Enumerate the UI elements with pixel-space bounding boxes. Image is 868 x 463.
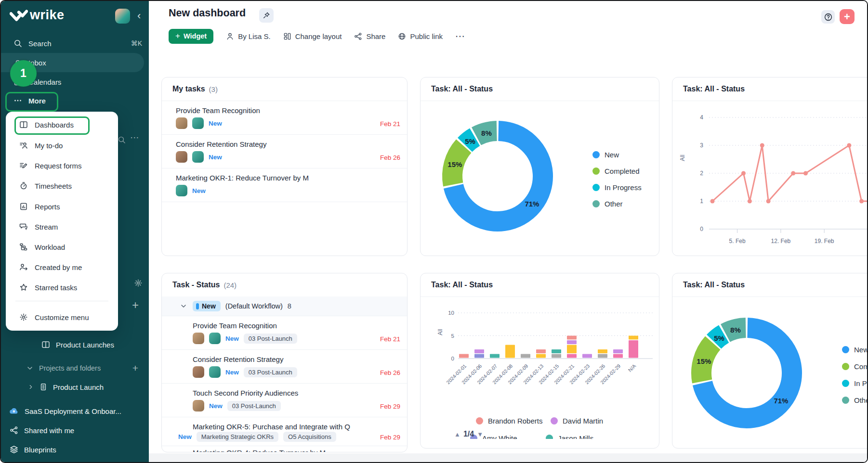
person-icon <box>226 32 234 40</box>
task-status[interactable]: New <box>209 120 222 127</box>
avatar <box>176 185 187 196</box>
menu-item-reports[interactable]: Reports <box>13 198 112 215</box>
menu-item-customize-menu[interactable]: Customize menu <box>13 309 112 326</box>
menu-item-workload[interactable]: Workload <box>13 238 112 256</box>
legend-label: New <box>854 346 868 354</box>
sidebar-item-projects-and-folders[interactable]: Projects and folders + <box>1 360 149 376</box>
task-due-date: Feb 21 <box>380 120 400 128</box>
help-button[interactable] <box>821 10 835 24</box>
toolbar-more-button[interactable]: ⋯ <box>455 30 465 42</box>
task-status[interactable]: New <box>209 402 223 410</box>
svg-text:3: 3 <box>700 142 703 149</box>
menu-item-label: Customize menu <box>35 313 89 322</box>
legend-item[interactable]: Brandon Roberts <box>476 417 542 425</box>
task-row[interactable]: Touch Second Priority Audiences New 03 P… <box>162 383 407 417</box>
sidebar-item-product-launch[interactable]: Product Launch <box>1 379 149 395</box>
task-title: Provide Team Recognition <box>176 106 260 115</box>
legend-item: Other <box>842 396 868 404</box>
task-tag: Marketing Strategic OKRs <box>197 432 278 442</box>
task-row[interactable]: Consider Retention Strategy New Feb 26 <box>162 134 407 168</box>
owner-button[interactable]: By Lisa S. <box>226 32 271 40</box>
add-project-icon[interactable]: + <box>132 362 138 374</box>
menu-item-request-forms[interactable]: Request forms <box>13 157 112 174</box>
widget-status-bar: Task: All - Status All 05102024-02-01202… <box>420 273 659 449</box>
widget-count: (24) <box>224 281 237 289</box>
task-status[interactable]: New <box>225 335 239 342</box>
workflow-label: (Default Workflow) <box>225 302 283 310</box>
space-gear-icon[interactable] <box>134 279 143 287</box>
menu-item-my-todo[interactable]: My to-do <box>13 137 112 154</box>
user-avatar[interactable] <box>115 9 130 24</box>
status-group-header[interactable]: New (Default Workflow) 8 <box>162 296 407 316</box>
globe-icon <box>398 32 406 40</box>
donut-legend: New Completed In Progress Other <box>842 346 868 404</box>
share-button[interactable]: Share <box>354 32 385 40</box>
task-row[interactable]: Marketing OKR-5: Purchase and Integrate … <box>162 417 407 446</box>
menu-item-timesheets[interactable]: Timesheets <box>13 177 112 194</box>
sidebar-search[interactable]: Search ⌘K <box>1 34 149 53</box>
task-row[interactable]: Marketing OKR-1: Reduce Turnover by M Ne… <box>162 168 407 202</box>
sidebar-item-more[interactable]: More <box>1 92 149 109</box>
status-pill-label: New <box>202 302 216 310</box>
task-status[interactable]: New <box>225 369 239 376</box>
task-row[interactable]: Provide Team Recognition New Feb 21 <box>162 101 407 135</box>
sidebar-collapse-icon[interactable]: ‹ <box>137 10 141 22</box>
add-widget-button[interactable]: + Widget <box>169 29 213 44</box>
legend-item: In Progress <box>592 183 642 192</box>
svg-text:5. Feb: 5. Feb <box>729 238 746 244</box>
page-down-icon[interactable]: ▼ <box>477 431 483 438</box>
layout-grid-icon <box>283 32 291 40</box>
widget-header: Task: All - Status <box>672 273 868 297</box>
svg-text:12. Feb: 12. Feb <box>771 238 791 244</box>
status-donut-chart: 71%15%5%8% <box>689 315 804 431</box>
menu-item-dashboards[interactable]: Dashboards <box>13 116 112 133</box>
legend-label: Other <box>854 396 868 404</box>
change-layout-button[interactable]: Change layout <box>283 32 342 40</box>
svg-text:8%: 8% <box>481 129 492 137</box>
svg-text:5%: 5% <box>714 334 724 342</box>
legend-item: Other <box>592 200 642 208</box>
menu-item-created-by-me[interactable]: Created by me <box>13 258 112 276</box>
task-title-clipped[interactable]: Marketing OKR-4: Reduce Turnover by M <box>193 449 326 452</box>
change-layout-label: Change layout <box>295 32 342 40</box>
menu-item-label: Reports <box>35 203 60 211</box>
wrike-logo-icon <box>10 10 28 23</box>
svg-text:0: 0 <box>451 356 454 361</box>
task-due-date: Feb 26 <box>380 154 400 161</box>
status-donut-chart: 71%15%5%8% <box>440 118 555 234</box>
widget-count: (3) <box>209 85 218 93</box>
svg-text:4: 4 <box>700 114 703 121</box>
page-up-icon[interactable]: ▲ <box>454 431 460 438</box>
stream-icon <box>19 222 28 231</box>
space-search-icon[interactable] <box>118 136 126 144</box>
menu-item-stream[interactable]: Stream <box>13 218 112 235</box>
legend-item[interactable]: David Martin <box>551 417 603 425</box>
task-status[interactable]: New <box>192 187 206 194</box>
share-icon <box>354 32 362 40</box>
widget-title: Task: All - Status <box>683 85 745 93</box>
widget-title: Task: All - Status <box>431 85 493 93</box>
public-link-button[interactable]: Public link <box>398 32 443 40</box>
menu-separator <box>15 301 108 301</box>
space-add-icon[interactable]: + <box>132 298 139 312</box>
sidebar-item-product-launches[interactable]: Product Launches <box>1 336 149 353</box>
sidebar-item-shared-with-me[interactable]: Shared with me <box>1 422 149 438</box>
menu-item-starred-tasks[interactable]: Starred tasks <box>13 279 112 296</box>
global-add-button[interactable]: + <box>840 9 855 24</box>
task-status[interactable]: New <box>178 433 192 440</box>
pin-button[interactable] <box>259 8 274 23</box>
svg-text:15%: 15% <box>447 160 462 168</box>
svg-text:1: 1 <box>700 198 703 205</box>
avatar <box>193 400 204 412</box>
task-title: Touch Second Priority Audiences <box>193 389 298 397</box>
legend-item[interactable]: Jason Mills <box>546 434 593 439</box>
menu-item-label: Timesheets <box>35 182 72 190</box>
sidebar-item-saas-deployment[interactable]: SaaS Deployment & Onboar... <box>1 403 149 419</box>
task-row[interactable]: Consider Retention Strategy New 03 Post-… <box>162 349 407 384</box>
space-more-icon[interactable]: ⋯ <box>130 132 139 143</box>
task-status[interactable]: New <box>209 154 222 161</box>
task-row[interactable]: Provide Team Recognition New 03 Post-Lau… <box>162 316 407 350</box>
sidebar-item-blueprints[interactable]: Blueprints <box>1 441 149 458</box>
widget-header: Task - Status (24) <box>162 273 407 297</box>
svg-text:0: 0 <box>700 226 703 232</box>
